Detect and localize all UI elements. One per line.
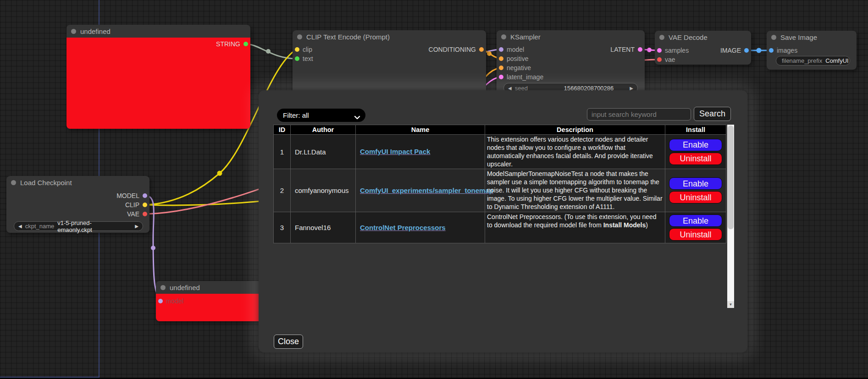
output-slot-image[interactable]: IMAGE xyxy=(720,46,749,55)
node-title: undefined xyxy=(170,284,200,291)
collapse-dot-icon[interactable] xyxy=(771,35,776,40)
widget-value: ComfyUI xyxy=(825,57,849,64)
uninstall-button[interactable]: Uninstall xyxy=(669,191,722,203)
output-label: CLIP xyxy=(125,201,139,209)
search-button[interactable]: Search xyxy=(694,107,731,121)
node-header[interactable]: Save Image xyxy=(767,31,857,44)
node-header[interactable]: Load Checkpoint xyxy=(6,176,149,189)
vae-port-icon[interactable] xyxy=(143,212,147,216)
wire-dot-image xyxy=(757,48,762,53)
node-header[interactable]: VAE Decode xyxy=(655,31,751,44)
node-load-checkpoint[interactable]: Load Checkpoint MODEL CLIP VAE ◀ ckpt_na… xyxy=(6,176,149,233)
input-slot-model[interactable]: model xyxy=(158,297,183,305)
string-port-icon[interactable] xyxy=(295,56,299,61)
input-label: latent_image xyxy=(507,73,543,81)
widget-label: ckpt_name xyxy=(25,223,55,230)
filter-select[interactable]: Filter: all xyxy=(277,109,365,122)
collapse-dot-icon[interactable] xyxy=(297,34,302,39)
collapse-dot-icon[interactable] xyxy=(501,34,506,39)
input-slot-positive[interactable]: positive xyxy=(499,55,528,63)
wire-dot-model xyxy=(151,246,155,250)
table-header-row: ID Author Name Description Install xyxy=(274,125,726,135)
image-port-icon[interactable] xyxy=(744,48,749,53)
image-port-icon[interactable] xyxy=(769,48,774,53)
table-row: 2 comfyanonymous ComfyUI_experiments/sam… xyxy=(274,169,726,212)
input-slot-images[interactable]: images xyxy=(769,46,797,55)
latent-port-icon[interactable] xyxy=(499,75,503,79)
increment-arrow-icon[interactable]: ▶ xyxy=(135,224,138,229)
clip-port-icon[interactable] xyxy=(295,47,299,52)
node-header[interactable]: undefined xyxy=(66,25,250,38)
input-slot-text[interactable]: text xyxy=(295,55,313,63)
increment-arrow-icon[interactable]: ▶ xyxy=(630,86,633,91)
output-slot-vae[interactable]: VAE xyxy=(127,210,147,218)
input-slot-latent-image[interactable]: latent_image xyxy=(499,73,543,81)
input-slot-samples[interactable]: samples xyxy=(657,46,689,55)
node-header[interactable]: CLIP Text Encode (Prompt) xyxy=(293,30,486,43)
node-title: Save Image xyxy=(780,33,817,41)
input-slot-vae[interactable]: vae xyxy=(657,55,675,64)
table-scrollbar[interactable]: ▼ xyxy=(727,125,734,308)
decrement-arrow-icon[interactable]: ◀ xyxy=(18,224,22,229)
scroll-down-arrow-icon[interactable]: ▼ xyxy=(727,301,734,308)
collapse-dot-icon[interactable] xyxy=(659,35,664,40)
output-slot-string[interactable]: STRING xyxy=(216,40,248,48)
extension-link[interactable]: ComfyUI Impact Pack xyxy=(360,148,430,155)
model-port-icon[interactable] xyxy=(499,47,503,52)
input-label: clip xyxy=(303,46,312,53)
node-vae-decode[interactable]: VAE Decode samples vae IMAGE xyxy=(655,31,751,65)
collapse-dot-icon[interactable] xyxy=(11,180,16,185)
enable-button[interactable]: Enable xyxy=(669,139,722,151)
latent-port-icon[interactable] xyxy=(638,47,642,52)
node-body-error: STRING xyxy=(66,38,250,129)
latent-port-icon[interactable] xyxy=(657,48,662,53)
enable-button[interactable]: Enable xyxy=(669,214,722,227)
scrollbar-thumb[interactable] xyxy=(728,126,734,229)
ckpt-name-widget[interactable]: ◀ ckpt_name v1-5-pruned-emaonly.ckpt ▶ xyxy=(14,221,143,231)
cell-install: Enable Uninstall xyxy=(665,212,726,243)
conditioning-port-icon[interactable] xyxy=(499,66,503,70)
wire-string-to-text xyxy=(246,44,296,59)
node-body-error: model xyxy=(156,294,262,321)
search-input[interactable] xyxy=(587,108,691,121)
filename-prefix-widget[interactable]: filename_prefix ComfyUI xyxy=(776,56,850,66)
input-slot-clip[interactable]: clip xyxy=(295,45,312,54)
close-button[interactable]: Close xyxy=(274,335,303,349)
collapse-dot-icon[interactable] xyxy=(160,285,166,290)
uninstall-button[interactable]: Uninstall xyxy=(669,228,722,241)
clip-port-icon[interactable] xyxy=(143,203,147,207)
vae-port-icon[interactable] xyxy=(657,57,662,62)
collapse-dot-icon[interactable] xyxy=(71,29,76,34)
cell-install: Enable Uninstall xyxy=(665,135,726,169)
node-undefined-top[interactable]: undefined STRING xyxy=(66,25,250,129)
node-header[interactable]: undefined xyxy=(156,281,262,294)
model-port-icon[interactable] xyxy=(143,193,147,198)
extension-link[interactable]: ControlNet Preprocessors xyxy=(360,224,446,231)
uninstall-button[interactable]: Uninstall xyxy=(669,153,722,165)
output-slot-conditioning[interactable]: CONDITIONING xyxy=(429,45,484,54)
col-header-description: Description xyxy=(485,125,665,135)
conditioning-port-icon[interactable] xyxy=(499,56,503,61)
node-header[interactable]: KSampler xyxy=(497,30,645,43)
cell-author: Fannovel16 xyxy=(291,212,356,243)
input-slot-model[interactable]: model xyxy=(499,45,524,54)
col-header-id: ID xyxy=(274,125,291,135)
conditioning-port-icon[interactable] xyxy=(479,47,484,52)
custom-node-manager-dialog: Filter: all Search ID Author Name Descri… xyxy=(259,90,747,352)
extension-link[interactable]: ComfyUI_experiments/sampler_tonemap xyxy=(360,187,493,194)
output-slot-clip[interactable]: CLIP xyxy=(125,201,147,209)
enable-button[interactable]: Enable xyxy=(669,177,722,190)
output-slot-model[interactable]: MODEL xyxy=(116,192,147,200)
node-title: Load Checkpoint xyxy=(20,179,72,187)
decrement-arrow-icon[interactable]: ◀ xyxy=(508,86,512,91)
node-save-image[interactable]: Save Image images filename_prefix ComfyU… xyxy=(767,31,857,70)
output-slot-latent[interactable]: LATENT xyxy=(610,45,642,54)
input-label: text xyxy=(303,55,313,62)
model-port-icon[interactable] xyxy=(158,299,163,303)
cell-name: ControlNet Preprocessors xyxy=(356,212,485,243)
wire-dot-latent xyxy=(647,48,652,52)
string-port-icon[interactable] xyxy=(243,42,248,46)
cell-author: comfyanonymous xyxy=(291,169,356,212)
node-undefined-bottom[interactable]: undefined model xyxy=(156,281,262,321)
input-slot-negative[interactable]: negative xyxy=(499,64,531,72)
